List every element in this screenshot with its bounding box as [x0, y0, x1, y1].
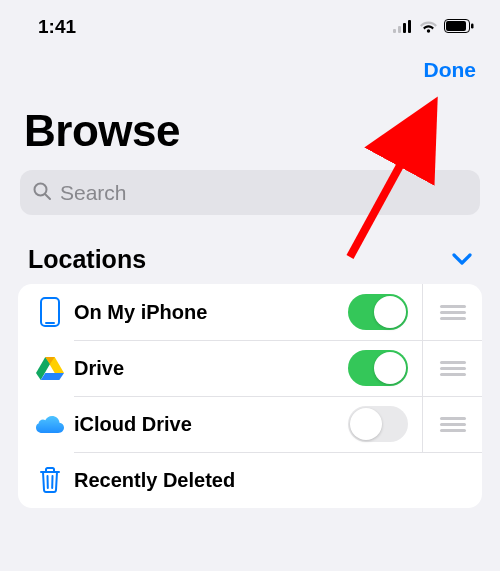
- locations-title: Locations: [28, 245, 146, 274]
- search-input[interactable]: Search: [20, 170, 480, 215]
- done-button[interactable]: Done: [424, 58, 477, 82]
- google-drive-icon: [32, 356, 68, 380]
- icloud-icon: [32, 414, 68, 434]
- svg-rect-3: [408, 20, 411, 33]
- drag-icon: [440, 358, 466, 379]
- toggle-switch[interactable]: [348, 294, 408, 330]
- status-indicators: [393, 16, 474, 38]
- svg-rect-1: [398, 26, 401, 33]
- chevron-down-icon: [452, 251, 472, 269]
- drag-icon: [440, 414, 466, 435]
- svg-rect-0: [393, 29, 396, 33]
- battery-icon: [444, 16, 474, 38]
- list-item: Drive: [18, 340, 482, 396]
- list-item-label: On My iPhone: [68, 301, 348, 324]
- list-item: iCloud Drive: [18, 396, 482, 452]
- svg-point-4: [427, 29, 430, 32]
- page-title: Browse: [0, 90, 500, 164]
- toggle-switch[interactable]: [348, 350, 408, 386]
- search-placeholder: Search: [60, 181, 127, 205]
- toggle-switch[interactable]: [348, 406, 408, 442]
- search-icon: [32, 181, 52, 205]
- svg-rect-2: [403, 23, 406, 33]
- reorder-handle[interactable]: [422, 396, 482, 452]
- list-item-label: Recently Deleted: [68, 469, 482, 492]
- locations-list: On My iPhone Drive: [18, 284, 482, 508]
- list-item: On My iPhone: [18, 284, 482, 340]
- cellular-icon: [393, 16, 413, 38]
- svg-rect-10: [41, 298, 59, 326]
- reorder-handle[interactable]: [422, 284, 482, 340]
- svg-rect-7: [471, 24, 474, 29]
- list-item-label: iCloud Drive: [68, 413, 348, 436]
- nav-bar: Done: [0, 44, 500, 90]
- svg-marker-14: [41, 373, 64, 380]
- wifi-icon: [419, 16, 438, 38]
- svg-rect-6: [446, 21, 466, 31]
- list-item-label: Drive: [68, 357, 348, 380]
- iphone-icon: [32, 297, 68, 327]
- status-bar: 1:41: [0, 0, 500, 44]
- status-time: 1:41: [38, 16, 76, 38]
- drag-icon: [440, 302, 466, 323]
- reorder-handle[interactable]: [422, 340, 482, 396]
- svg-line-9: [45, 194, 50, 199]
- locations-header[interactable]: Locations: [0, 215, 500, 284]
- trash-icon: [32, 466, 68, 494]
- list-item: Recently Deleted: [18, 452, 482, 508]
